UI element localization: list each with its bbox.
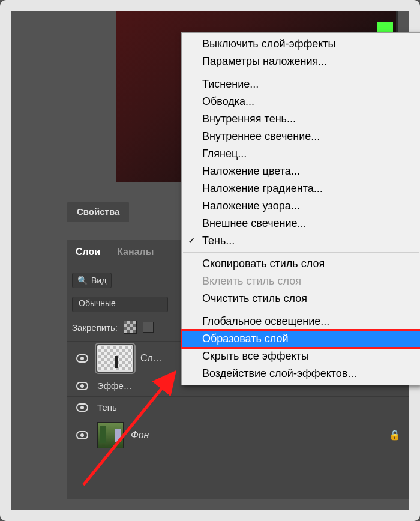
separator	[183, 73, 419, 73]
tab-layers-label: Слои	[76, 247, 100, 257]
layer-filter-label: Вид	[91, 276, 106, 285]
visibility-icon[interactable]	[76, 382, 88, 390]
mi-blending-options[interactable]: Параметры наложения...	[182, 53, 420, 70]
mi-hide-all-effects[interactable]: Скрыть все эффекты	[182, 348, 420, 365]
visibility-icon[interactable]	[76, 354, 88, 363]
layer-thumbnail[interactable]	[97, 422, 124, 448]
layer-name[interactable]: Фон	[124, 430, 149, 441]
lock-brush-icon[interactable]	[143, 322, 154, 333]
tab-layers[interactable]: Слои	[67, 241, 109, 264]
mi-clear-style[interactable]: Очистить стиль слоя	[182, 290, 420, 307]
mi-color-overlay[interactable]: Наложение цвета...	[182, 163, 420, 180]
mi-gradient-overlay[interactable]: Наложение градиента...	[182, 180, 420, 197]
tab-channels-label: Каналы	[117, 247, 154, 257]
separator	[183, 252, 419, 253]
visibility-icon[interactable]	[76, 403, 88, 412]
blend-mode-value: Обычные	[79, 298, 116, 308]
mi-pattern-overlay[interactable]: Наложение узора...	[182, 197, 420, 215]
effects-label: Эффе…	[97, 381, 133, 391]
lock-transparency-icon[interactable]	[124, 321, 137, 334]
layer-thumbnail[interactable]	[97, 345, 133, 372]
mi-drop-shadow[interactable]: Тень...	[182, 232, 420, 250]
mi-bevel[interactable]: Тиснение...	[182, 76, 420, 93]
blend-mode-select[interactable]: Обычные	[72, 297, 168, 312]
mi-create-layer[interactable]: Образовать слой	[182, 330, 420, 348]
mi-inner-shadow[interactable]: Внутренняя тень...	[182, 110, 420, 128]
figure-icon	[115, 356, 118, 368]
mi-global-light[interactable]: Глобальное освещение...	[182, 313, 420, 330]
effect-shadow-label: Тень	[97, 402, 117, 412]
tab-properties-label: Свойства	[77, 206, 119, 217]
mi-paste-style: Вклеить стиль слоя	[182, 273, 420, 290]
mi-scale-effects[interactable]: Воздействие слой-эффектов...	[182, 365, 420, 382]
layer-style-context-menu: Выключить слой-эффекты Параметры наложен…	[181, 32, 420, 385]
layer-name[interactable]: Сл…	[133, 353, 163, 364]
mi-inner-glow[interactable]: Внутреннее свечение...	[182, 128, 420, 145]
mi-copy-style[interactable]: Скопировать стиль слоя	[182, 255, 420, 273]
layer-effect-shadow-row[interactable]: Тень	[67, 396, 409, 418]
tab-channels[interactable]: Каналы	[109, 241, 162, 264]
lock-label: Закрепить:	[72, 322, 118, 333]
separator	[183, 310, 419, 310]
search-icon: 🔍	[77, 276, 88, 285]
mi-stroke[interactable]: Обводка...	[182, 93, 420, 110]
tab-properties[interactable]: Свойства	[67, 202, 129, 222]
layer-row-background[interactable]: Фон 🔒	[67, 418, 409, 451]
mi-satin[interactable]: Глянец...	[182, 145, 420, 163]
mi-disable-effects[interactable]: Выключить слой-эффекты	[182, 35, 420, 53]
lock-icon: 🔒	[389, 429, 401, 441]
layer-filter[interactable]: 🔍 Вид	[72, 273, 112, 288]
mi-outer-glow[interactable]: Внешнее свечение...	[182, 215, 420, 232]
visibility-icon[interactable]	[76, 431, 88, 439]
